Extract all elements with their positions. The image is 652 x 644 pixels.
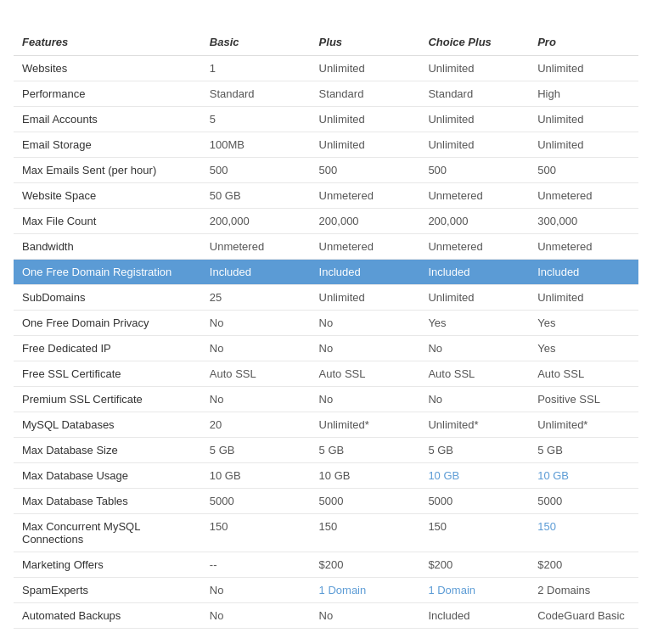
table-row: Marketing Offers--$200$200$200 [14, 552, 638, 578]
cell-feature: Premium SSL Certificate [14, 387, 201, 412]
cell-choice: Included [419, 603, 529, 629]
cell-feature: Free Dedicated IP [14, 336, 201, 361]
cell-pro: Yes [529, 336, 638, 361]
cell-pro: Yes [529, 311, 638, 336]
cell-plus: Included [311, 260, 420, 285]
col-header-choice: Choice Plus [419, 29, 529, 56]
cell-choice: Included [419, 260, 529, 285]
cell-pro: CodeGuard Basic [529, 603, 638, 629]
cell-pro: 5000 [529, 489, 638, 514]
cell-feature: Max Concurrent MySQL Connections [14, 514, 201, 552]
cell-feature: Free SSL Certificate [14, 361, 201, 387]
cell-feature: SpamExperts [14, 578, 201, 603]
cell-basic: 50 GB [201, 183, 311, 209]
table-row: BandwidthUnmeteredUnmeteredUnmeteredUnme… [14, 234, 638, 260]
cell-basic: No [201, 311, 311, 336]
cell-choice: Unmetered [419, 183, 529, 209]
col-header-pro: Pro [529, 29, 638, 56]
cell-pro: Unlimited [529, 56, 638, 81]
cell-choice: Unlimited [419, 107, 529, 132]
cell-choice: Unlimited [419, 132, 529, 158]
cell-feature: Automated Backups [14, 603, 201, 629]
cell-feature: Bandwidth [14, 234, 201, 260]
col-header-feature: Features [14, 29, 201, 56]
cell-pro: Unlimited [529, 285, 638, 311]
table-row: Free Dedicated IPNoNoNoYes [14, 336, 638, 361]
cell-choice: 5000 [419, 489, 529, 514]
cell-choice: Auto SSL [419, 361, 529, 387]
cell-feature: Max Database Tables [14, 489, 201, 514]
cell-basic: Included [201, 260, 311, 285]
cell-plus: No [311, 387, 420, 412]
cell-pro: Positive SSL [529, 387, 638, 412]
cell-pro: $200 [529, 552, 638, 578]
cell-feature: One Free Domain Registration [14, 260, 201, 285]
cell-plus: 5000 [311, 489, 420, 514]
cell-pro: 2 Domains [529, 578, 638, 603]
col-header-plus: Plus [311, 29, 420, 56]
cell-pro: Unlimited [529, 132, 638, 158]
cell-plus: 150 [311, 514, 420, 552]
cell-choice: Yes [419, 311, 529, 336]
table-row: Max Database Tables5000500050005000 [14, 489, 638, 514]
cell-choice: 150 [419, 514, 529, 552]
cell-pro: Unmetered [529, 234, 638, 260]
cell-basic: Auto SSL [201, 361, 311, 387]
cell-pro: 300,000 [529, 209, 638, 234]
table-row: Email Storage100MBUnlimitedUnlimitedUnli… [14, 132, 638, 158]
cell-choice: No [419, 387, 529, 412]
cell-feature: Websites [14, 56, 201, 81]
cell-feature: Max Database Usage [14, 463, 201, 489]
cell-pro: High [529, 81, 638, 107]
cell-basic: 10 GB [201, 463, 311, 489]
cell-feature: Email Storage [14, 132, 201, 158]
cell-choice: 10 GB [419, 463, 529, 489]
cell-basic: Standard [201, 81, 311, 107]
cell-choice: Unlimited [419, 285, 529, 311]
cell-plus: Unmetered [311, 234, 420, 260]
cell-pro: Unmetered [529, 183, 638, 209]
cell-basic: No [201, 387, 311, 412]
cell-basic: 100MB [201, 132, 311, 158]
cell-basic: 5 [201, 107, 311, 132]
cell-basic: 5 GB [201, 438, 311, 463]
cell-feature: One Free Domain Privacy [14, 311, 201, 336]
cell-feature: Max Database Size [14, 438, 201, 463]
cell-plus: Unlimited [311, 56, 420, 81]
cell-pro: Auto SSL [529, 361, 638, 387]
cell-pro: Unlimited* [529, 412, 638, 438]
cell-basic: 20 [201, 412, 311, 438]
cell-feature: Max File Count [14, 209, 201, 234]
cell-basic: Unmetered [201, 234, 311, 260]
cell-plus: No [311, 336, 420, 361]
cell-feature: Website Space [14, 183, 201, 209]
table-row: PerformanceStandardStandardStandardHigh [14, 81, 638, 107]
cell-choice: 500 [419, 158, 529, 183]
col-header-basic: Basic [201, 29, 311, 56]
table-row: Max File Count200,000200,000200,000300,0… [14, 209, 638, 234]
table-row: Max Emails Sent (per hour)500500500500 [14, 158, 638, 183]
cell-choice: Unlimited [419, 56, 529, 81]
table-row: SpamExpertsNo1 Domain1 Domain2 Domains [14, 578, 638, 603]
cell-plus: Unlimited [311, 132, 420, 158]
cell-pro: Included [529, 260, 638, 285]
table-row: Max Database Size5 GB5 GB5 GB5 GB [14, 438, 638, 463]
cell-choice: 1 Domain [419, 578, 529, 603]
table-row: Websites1UnlimitedUnlimitedUnlimited [14, 56, 638, 81]
cell-feature: Email Accounts [14, 107, 201, 132]
cell-plus: Unlimited* [311, 412, 420, 438]
cell-feature: SubDomains [14, 285, 201, 311]
cell-plus: 5 GB [311, 438, 420, 463]
cell-basic: 25 [201, 285, 311, 311]
cell-basic: -- [201, 552, 311, 578]
cell-basic: No [201, 336, 311, 361]
cell-plus: 10 GB [311, 463, 420, 489]
cell-feature: MySQL Databases [14, 412, 201, 438]
cell-plus: 500 [311, 158, 420, 183]
cell-plus: Standard [311, 81, 420, 107]
cell-choice: Unlimited* [419, 412, 529, 438]
cell-basic: 500 [201, 158, 311, 183]
cell-choice: No [419, 336, 529, 361]
cell-choice: 5 GB [419, 438, 529, 463]
cell-pro: 500 [529, 158, 638, 183]
